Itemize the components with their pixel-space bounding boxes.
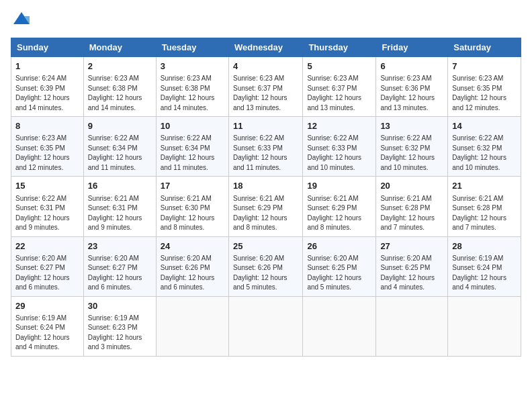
calendar-cell: 12 Sunrise: 6:22 AMSunset: 6:33 PMDaylig… <box>303 117 376 177</box>
calendar-cell: 5 Sunrise: 6:23 AMSunset: 6:37 PMDayligh… <box>303 57 376 117</box>
calendar-cell: 29 Sunrise: 6:19 AMSunset: 6:24 PMDaylig… <box>11 296 84 356</box>
calendar-cell: 13 Sunrise: 6:22 AMSunset: 6:32 PMDaylig… <box>376 117 448 177</box>
day-info: Sunrise: 6:22 AMSunset: 6:33 PMDaylight:… <box>307 134 361 171</box>
day-info: Sunrise: 6:20 AMSunset: 6:27 PMDaylight:… <box>88 255 142 291</box>
day-number: 13 <box>380 120 443 132</box>
day-info: Sunrise: 6:21 AMSunset: 6:31 PMDaylight:… <box>88 195 142 232</box>
calendar: SundayMondayTuesdayWednesdayThursdayFrid… <box>11 38 521 357</box>
day-number: 20 <box>380 180 443 192</box>
day-info: Sunrise: 6:21 AMSunset: 6:28 PMDaylight:… <box>452 195 506 232</box>
calendar-cell: 24 Sunrise: 6:20 AMSunset: 6:26 PMDaylig… <box>156 236 228 296</box>
header-friday: Friday <box>376 38 448 57</box>
day-number: 19 <box>307 180 371 192</box>
day-number: 29 <box>15 300 79 312</box>
calendar-cell: 1 Sunrise: 6:24 AMSunset: 6:39 PMDayligh… <box>11 57 84 117</box>
day-info: Sunrise: 6:22 AMSunset: 6:33 PMDaylight:… <box>233 134 287 171</box>
calendar-cell: 10 Sunrise: 6:22 AMSunset: 6:34 PMDaylig… <box>156 117 228 177</box>
day-info: Sunrise: 6:20 AMSunset: 6:25 PMDaylight:… <box>307 255 361 291</box>
day-number: 26 <box>307 240 371 253</box>
header-sunday: Sunday <box>11 38 84 57</box>
day-info: Sunrise: 6:22 AMSunset: 6:34 PMDaylight:… <box>88 134 142 171</box>
day-number: 6 <box>380 60 443 73</box>
calendar-cell <box>303 296 376 356</box>
day-info: Sunrise: 6:23 AMSunset: 6:37 PMDaylight:… <box>233 75 287 111</box>
calendar-week-row: 1 Sunrise: 6:24 AMSunset: 6:39 PMDayligh… <box>11 57 521 117</box>
day-number: 21 <box>452 180 517 192</box>
day-info: Sunrise: 6:23 AMSunset: 6:38 PMDaylight:… <box>88 75 142 111</box>
calendar-cell: 2 Sunrise: 6:23 AMSunset: 6:38 PMDayligh… <box>83 57 156 117</box>
day-number: 15 <box>15 180 79 192</box>
day-number: 8 <box>15 120 79 132</box>
day-info: Sunrise: 6:22 AMSunset: 6:32 PMDaylight:… <box>380 134 435 171</box>
calendar-cell: 17 Sunrise: 6:21 AMSunset: 6:30 PMDaylig… <box>156 177 228 236</box>
day-number: 3 <box>161 60 224 73</box>
calendar-cell: 27 Sunrise: 6:20 AMSunset: 6:25 PMDaylig… <box>376 236 448 296</box>
header-wednesday: Wednesday <box>228 38 302 57</box>
day-number: 25 <box>233 240 298 253</box>
calendar-cell: 16 Sunrise: 6:21 AMSunset: 6:31 PMDaylig… <box>83 177 156 236</box>
logo-icon <box>12 11 31 30</box>
day-info: Sunrise: 6:19 AMSunset: 6:23 PMDaylight:… <box>88 314 142 351</box>
day-number: 7 <box>452 60 517 73</box>
day-info: Sunrise: 6:23 AMSunset: 6:35 PMDaylight:… <box>15 134 70 171</box>
day-info: Sunrise: 6:21 AMSunset: 6:30 PMDaylight:… <box>161 195 215 232</box>
day-info: Sunrise: 6:21 AMSunset: 6:29 PMDaylight:… <box>307 195 361 232</box>
calendar-header-row: SundayMondayTuesdayWednesdayThursdayFrid… <box>11 38 521 57</box>
day-info: Sunrise: 6:22 AMSunset: 6:32 PMDaylight:… <box>452 134 506 171</box>
calendar-cell: 28 Sunrise: 6:19 AMSunset: 6:24 PMDaylig… <box>448 236 521 296</box>
calendar-cell: 9 Sunrise: 6:22 AMSunset: 6:34 PMDayligh… <box>83 117 156 177</box>
day-number: 16 <box>88 180 152 192</box>
day-info: Sunrise: 6:21 AMSunset: 6:28 PMDaylight:… <box>380 195 435 232</box>
header-tuesday: Tuesday <box>156 38 228 57</box>
calendar-cell: 19 Sunrise: 6:21 AMSunset: 6:29 PMDaylig… <box>303 177 376 236</box>
calendar-cell: 3 Sunrise: 6:23 AMSunset: 6:38 PMDayligh… <box>156 57 228 117</box>
calendar-cell: 22 Sunrise: 6:20 AMSunset: 6:27 PMDaylig… <box>11 236 84 296</box>
day-info: Sunrise: 6:20 AMSunset: 6:26 PMDaylight:… <box>161 255 215 291</box>
day-info: Sunrise: 6:23 AMSunset: 6:35 PMDaylight:… <box>452 75 506 111</box>
day-info: Sunrise: 6:19 AMSunset: 6:24 PMDaylight:… <box>15 314 70 351</box>
calendar-cell: 26 Sunrise: 6:20 AMSunset: 6:25 PMDaylig… <box>303 236 376 296</box>
day-number: 1 <box>15 60 79 73</box>
day-number: 11 <box>233 120 298 132</box>
day-info: Sunrise: 6:22 AMSunset: 6:31 PMDaylight:… <box>15 195 70 232</box>
calendar-cell: 15 Sunrise: 6:22 AMSunset: 6:31 PMDaylig… <box>11 177 84 236</box>
day-info: Sunrise: 6:23 AMSunset: 6:38 PMDaylight:… <box>161 75 215 111</box>
day-info: Sunrise: 6:20 AMSunset: 6:27 PMDaylight:… <box>15 255 70 291</box>
header-thursday: Thursday <box>303 38 376 57</box>
day-number: 4 <box>233 60 298 73</box>
calendar-cell: 8 Sunrise: 6:23 AMSunset: 6:35 PMDayligh… <box>11 117 84 177</box>
calendar-cell: 4 Sunrise: 6:23 AMSunset: 6:37 PMDayligh… <box>228 57 302 117</box>
day-number: 18 <box>233 180 298 192</box>
calendar-cell: 6 Sunrise: 6:23 AMSunset: 6:36 PMDayligh… <box>376 57 448 117</box>
calendar-cell: 30 Sunrise: 6:19 AMSunset: 6:23 PMDaylig… <box>83 296 156 356</box>
calendar-week-row: 22 Sunrise: 6:20 AMSunset: 6:27 PMDaylig… <box>11 236 521 296</box>
day-number: 23 <box>88 240 152 253</box>
calendar-week-row: 15 Sunrise: 6:22 AMSunset: 6:31 PMDaylig… <box>11 177 521 236</box>
day-info: Sunrise: 6:20 AMSunset: 6:25 PMDaylight:… <box>380 255 435 291</box>
calendar-cell: 25 Sunrise: 6:20 AMSunset: 6:26 PMDaylig… <box>228 236 302 296</box>
day-info: Sunrise: 6:20 AMSunset: 6:26 PMDaylight:… <box>233 255 287 291</box>
calendar-cell: 18 Sunrise: 6:21 AMSunset: 6:29 PMDaylig… <box>228 177 302 236</box>
day-info: Sunrise: 6:24 AMSunset: 6:39 PMDaylight:… <box>15 75 70 111</box>
calendar-cell: 20 Sunrise: 6:21 AMSunset: 6:28 PMDaylig… <box>376 177 448 236</box>
day-number: 2 <box>88 60 152 73</box>
calendar-cell: 7 Sunrise: 6:23 AMSunset: 6:35 PMDayligh… <box>448 57 521 117</box>
day-number: 14 <box>452 120 517 132</box>
day-number: 28 <box>452 240 517 253</box>
day-number: 27 <box>380 240 443 253</box>
calendar-cell: 11 Sunrise: 6:22 AMSunset: 6:33 PMDaylig… <box>228 117 302 177</box>
logo <box>11 11 31 30</box>
day-info: Sunrise: 6:23 AMSunset: 6:36 PMDaylight:… <box>380 75 435 111</box>
day-number: 22 <box>15 240 79 253</box>
calendar-cell: 21 Sunrise: 6:21 AMSunset: 6:28 PMDaylig… <box>448 177 521 236</box>
day-info: Sunrise: 6:22 AMSunset: 6:34 PMDaylight:… <box>161 134 215 171</box>
day-number: 12 <box>307 120 371 132</box>
calendar-cell <box>448 296 521 356</box>
day-info: Sunrise: 6:21 AMSunset: 6:29 PMDaylight:… <box>233 195 287 232</box>
calendar-cell <box>376 296 448 356</box>
header-saturday: Saturday <box>448 38 521 57</box>
day-number: 9 <box>88 120 152 132</box>
day-number: 24 <box>161 240 224 253</box>
day-info: Sunrise: 6:23 AMSunset: 6:37 PMDaylight:… <box>307 75 361 111</box>
day-number: 30 <box>88 300 152 312</box>
